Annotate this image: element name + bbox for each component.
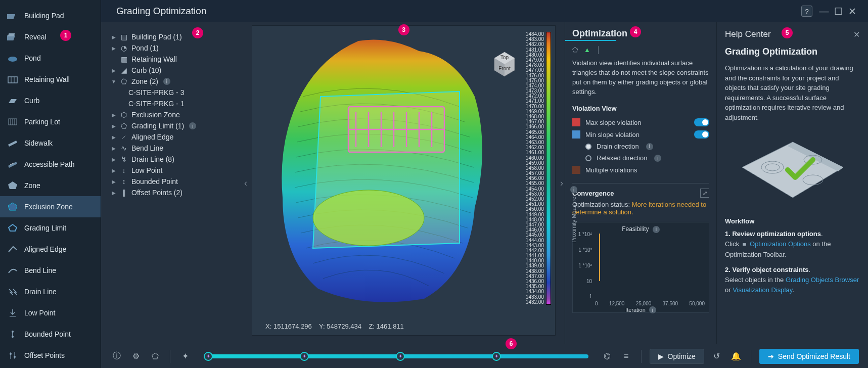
drain-radio[interactable] [585, 144, 591, 150]
close-button[interactable]: ✕ [846, 6, 859, 17]
palette-reveal[interactable]: Reveal [0, 26, 101, 48]
palette-bounded-point[interactable]: Bounded Point [0, 324, 101, 345]
optimization-toolbar: 6 ⓘ ⚙ ⬠ ✦ ✦ ✦ ✦ ✦ ⌬ ≡ ▶ Optimize ↺ 🔔 ➔ S… [101, 344, 868, 368]
info-icon[interactable]: i [163, 78, 170, 85]
info-icon[interactable]: i [646, 143, 653, 150]
tree-bounded-point[interactable]: ▶↕Bounded Point [110, 176, 238, 187]
info-icon[interactable]: i [570, 186, 577, 193]
palette-bend-line[interactable]: Bend Line [0, 260, 101, 281]
gear-icon[interactable]: ⚙ [129, 350, 143, 363]
palette-grading-limit[interactable]: Grading Limit [0, 217, 101, 239]
optimization-status: Optimization status: More iterations nee… [572, 201, 709, 216]
timeline-knob-1[interactable]: ✦ [204, 352, 213, 361]
info-icon[interactable]: i [654, 155, 661, 162]
tree-offset-points[interactable]: ▶‖Offset Points (2) [110, 187, 238, 198]
tree-aligned-edge[interactable]: ▶⟋Aligned Edge [110, 131, 238, 143]
palette-offset-points[interactable]: Offset Points [0, 345, 101, 366]
svg-point-17 [12, 336, 14, 338]
relaxed-direction-row[interactable]: Relaxed direction i [572, 154, 709, 162]
palette-low-point[interactable]: Low Point [0, 302, 101, 324]
multiple-label: Multiple violations [585, 166, 637, 174]
info-icon[interactable]: i [653, 226, 660, 233]
aligned-edge-icon: ⟋ [119, 133, 128, 141]
palette-exclusion-zone[interactable]: Exclusion Zone [0, 196, 101, 217]
palette-accessible-path[interactable]: Accessible Path [0, 154, 101, 175]
tree-building-pad[interactable]: ▶▤Building Pad (1) [110, 31, 238, 42]
help-button[interactable]: ? [801, 6, 812, 17]
palette-building-pad[interactable]: Building Pad [0, 5, 101, 26]
tree-retaining-wall[interactable]: ▥Retaining Wall [110, 54, 238, 65]
max-slope-toggle[interactable] [694, 118, 709, 126]
drain-direction-row[interactable]: Drain direction i [572, 143, 709, 150]
feasibility-series [599, 234, 600, 281]
retaining-wall-icon [7, 74, 18, 85]
svg-rect-2 [8, 33, 15, 36]
palette-curb[interactable]: Curb [0, 90, 101, 111]
titlebar: Grading Optimization ? — ☐ ✕ [101, 0, 868, 22]
timeline-knob-2[interactable]: ✦ [300, 352, 309, 361]
opt-tab-icon-1[interactable]: ⬠ [572, 46, 578, 54]
minimize-button[interactable]: — [817, 6, 831, 17]
timeline-knob-3[interactable]: ✦ [396, 352, 405, 361]
sidewalk-icon [7, 137, 18, 149]
tree-bend-line[interactable]: ▶∿Bend Line [110, 143, 238, 154]
palette-label: Reveal [24, 33, 47, 41]
visualization-display-link[interactable]: Visualization Display [733, 286, 792, 294]
tree-grading-limit[interactable]: ▶⬠Grading Limit (1)i [110, 120, 238, 131]
3d-viewport[interactable]: Top Front 1484.001483.001482.001481.0014… [252, 25, 556, 336]
maximize-button[interactable]: ☐ [832, 6, 845, 17]
tree-exclusion-zone[interactable]: ▶⬡Exclusion Zone [110, 109, 238, 120]
help-close-icon[interactable]: ✕ [853, 30, 860, 39]
optimization-panel: 4 Optimization ⬠ ▲ │ Violation view iden… [565, 22, 716, 344]
undo-icon[interactable]: ↺ [710, 350, 723, 363]
palette-retaining-wall[interactable]: Retaining Wall [0, 69, 101, 90]
grading-objects-browser-link[interactable]: Grading Objects Browser [786, 276, 859, 284]
info-icon[interactable]: i [189, 122, 196, 129]
collapse-left-icon[interactable]: ‹ [242, 173, 250, 193]
help-article-title: Grading Optimization [725, 47, 860, 57]
window-title: Grading Optimization [116, 6, 206, 17]
exclusion-zone-icon [7, 201, 18, 212]
grading-limit-icon: ⬠ [119, 122, 128, 130]
accessible-path-icon [7, 159, 18, 170]
tree-curb[interactable]: ▶◢Curb (10) [110, 65, 238, 76]
send-optimized-result-button[interactable]: ➔ Send Optimized Result [759, 349, 859, 364]
tree-low-point[interactable]: ▶↓Low Point [110, 165, 238, 176]
expand-icon[interactable]: ⤢ [700, 189, 709, 198]
svg-text:Top: Top [500, 55, 509, 60]
min-slope-toggle[interactable] [694, 130, 709, 139]
sliders-icon[interactable]: ≡ [620, 350, 633, 363]
min-slope-label: Min slope violation [585, 131, 639, 139]
palette-label: Offset Points [24, 351, 65, 359]
marker-1: 1 [60, 30, 71, 41]
elevation-legend: 1484.001483.001482.001481.001480.001479.… [526, 32, 551, 305]
palette-zone[interactable]: Zone [0, 175, 101, 196]
bell-icon[interactable]: 🔔 [729, 350, 743, 363]
pond-icon: ◔ [119, 44, 128, 52]
palette-drain-line[interactable]: Drain Line [0, 281, 101, 302]
optimize-button[interactable]: ▶ Optimize [650, 349, 704, 364]
palette-pond[interactable]: Pond [0, 48, 101, 69]
palette-aligned-edge[interactable]: Aligned Edge [0, 239, 101, 260]
info-icon[interactable]: ⓘ [110, 350, 123, 363]
opt-tab-icon-2[interactable]: ▲ [584, 46, 590, 54]
speed-icon[interactable]: ⌬ [601, 350, 614, 363]
iteration-timeline[interactable]: ✦ ✦ ✦ ✦ [204, 354, 588, 358]
palette-parking-lot[interactable]: Parking Lot [0, 111, 101, 132]
optimization-options-link[interactable]: Optimization Options [750, 240, 811, 248]
tree-zone[interactable]: ▼⬠Zone (2)i [110, 76, 238, 87]
terrain-surface [272, 36, 490, 309]
timeline-start-icon[interactable]: ✦ [178, 350, 192, 363]
palette-sidewalk[interactable]: Sidewalk [0, 132, 101, 154]
tree-zone-child-2[interactable]: C-SITE-PRKG - 1 [110, 98, 238, 109]
tree-pond[interactable]: ▶◔Pond (1) [110, 42, 238, 54]
mesh-icon[interactable]: ⬠ [149, 350, 162, 363]
relaxed-radio[interactable] [585, 155, 591, 161]
timeline-knob-4[interactable]: ✦ [492, 352, 501, 361]
offset-points-icon [7, 350, 18, 361]
view-cube[interactable]: Top Front [488, 48, 521, 80]
tree-zone-child-1[interactable]: C-SITE-PRKG - 3 [110, 87, 238, 98]
info-icon[interactable]: i [649, 306, 656, 313]
palette-label: Bounded Point [24, 330, 71, 338]
tree-drain-line[interactable]: ▶↯Drain Line (8) [110, 154, 238, 165]
